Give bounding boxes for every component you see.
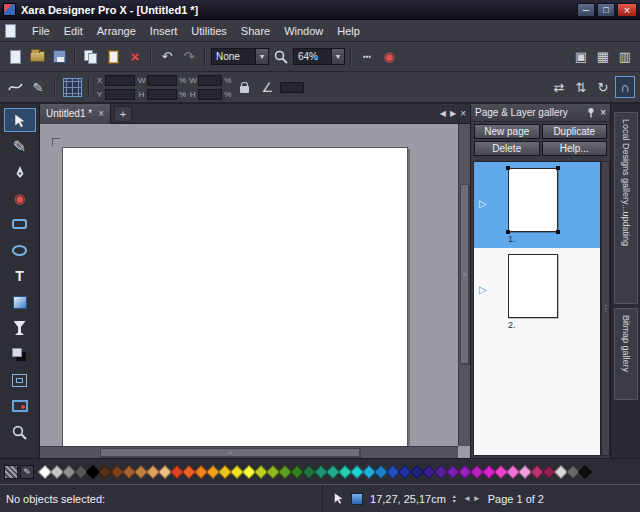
height-field[interactable] xyxy=(147,89,177,100)
document-page[interactable] xyxy=(62,147,408,447)
menu-arrange[interactable]: Arrange xyxy=(90,22,143,40)
open-button[interactable] xyxy=(27,46,47,68)
tab-prev-icon[interactable]: ◀ xyxy=(440,109,446,118)
x-label: X xyxy=(96,76,103,85)
stroke-preset-value: None xyxy=(212,51,255,62)
document-icon[interactable] xyxy=(5,24,16,38)
ellipse-tool[interactable] xyxy=(4,238,36,262)
anchor-button[interactable]: ◉ xyxy=(379,46,399,68)
export-button[interactable]: ▣ xyxy=(571,46,591,68)
live-drag-icon[interactable] xyxy=(351,493,363,505)
paste-button[interactable] xyxy=(103,46,123,68)
page-thumbnail[interactable] xyxy=(508,254,558,318)
preview-button[interactable]: ▥ xyxy=(615,46,635,68)
grid-icon xyxy=(63,78,82,97)
document-tab[interactable]: Untitled1 * × xyxy=(40,104,111,124)
pen-tool[interactable] xyxy=(4,160,36,184)
menu-utilities[interactable]: Utilities xyxy=(184,22,233,40)
tab-list-close-icon[interactable]: × xyxy=(460,108,466,119)
rectangle-tool[interactable] xyxy=(4,212,36,236)
redo-button[interactable]: ↷ xyxy=(179,46,199,68)
menu-edit[interactable]: Edit xyxy=(57,22,90,40)
tab-local-designs-gallery[interactable]: Local Designs gallery...updating xyxy=(614,112,638,304)
page-thumbnail[interactable] xyxy=(508,168,558,232)
duplicate-button[interactable]: Duplicate xyxy=(542,124,608,139)
selection-handle xyxy=(506,166,510,170)
zoom-tool-button[interactable] xyxy=(271,46,291,68)
rotate-button[interactable]: ↻ xyxy=(593,76,613,98)
horizontal-scrollbar-thumb[interactable]: ≡ xyxy=(100,448,360,457)
delete-page-button[interactable]: Delete xyxy=(474,141,540,156)
menu-file[interactable]: File xyxy=(25,22,57,40)
previous-page-icon[interactable]: ◄ xyxy=(463,494,471,503)
expander-icon[interactable]: ▷ xyxy=(479,198,487,209)
tab-close-icon[interactable]: × xyxy=(98,108,104,119)
color-swatch[interactable] xyxy=(578,464,592,478)
page-list-item-1[interactable]: ▷ 1. xyxy=(474,162,600,248)
edit-shape-button[interactable]: ✎ xyxy=(28,76,48,98)
angle-field[interactable] xyxy=(280,82,304,93)
new-tab-button[interactable]: + xyxy=(114,106,132,122)
y-position-field[interactable] xyxy=(105,89,135,100)
save-button[interactable] xyxy=(49,46,69,68)
line-style-button[interactable]: ┅ xyxy=(357,46,377,68)
text-tool[interactable]: T xyxy=(4,264,36,288)
expander-icon[interactable]: ▷ xyxy=(479,284,487,295)
zoom-tool[interactable] xyxy=(4,420,36,444)
copy-button[interactable] xyxy=(81,46,101,68)
selector-tool[interactable] xyxy=(4,108,36,132)
contour-tool[interactable] xyxy=(4,368,36,392)
gallery-scrollbar[interactable]: ⋮ xyxy=(601,161,610,456)
help-button[interactable]: Help... xyxy=(542,141,608,156)
menu-share[interactable]: Share xyxy=(234,22,277,40)
dots-icon: ⋮ xyxy=(602,304,610,313)
canvas[interactable]: ≡ ≡ xyxy=(40,124,470,458)
fill-tool[interactable] xyxy=(4,290,36,314)
page-list-item-2[interactable]: ▷ 2. xyxy=(474,248,600,334)
page-spin-control[interactable]: ▴ ▾ xyxy=(453,494,456,504)
magnetic-snap-button[interactable]: ∩ xyxy=(615,76,635,98)
flip-horizontal-button[interactable]: ⇄ xyxy=(549,76,569,98)
shape-builder-tool[interactable]: ◉ xyxy=(4,186,36,210)
page-list: ▷ 1. ▷ 2. xyxy=(473,161,601,456)
position-group: X Y xyxy=(96,74,135,100)
vertical-scrollbar[interactable]: ≡ xyxy=(458,124,470,446)
freehand-button[interactable] xyxy=(5,76,25,98)
lock-aspect-button[interactable] xyxy=(234,76,254,98)
shape-editor-tool[interactable]: ✎ xyxy=(4,134,36,158)
tab-next-icon[interactable]: ▶ xyxy=(450,109,456,118)
edit-color-button[interactable]: ✎ xyxy=(20,465,34,479)
shadow-tool[interactable] xyxy=(4,342,36,366)
stroke-preset-dropdown[interactable]: None ▾ xyxy=(211,48,269,65)
zoom-level-dropdown[interactable]: 64% ▾ xyxy=(293,48,345,65)
scale-height-field[interactable] xyxy=(198,89,222,100)
toolbar-separator xyxy=(150,47,152,67)
new-document-button[interactable] xyxy=(5,46,25,68)
tab-bitmap-gallery[interactable]: Bitmap gallery xyxy=(614,308,638,400)
x-position-field[interactable] xyxy=(105,75,135,86)
flip-vertical-button[interactable]: ⇅ xyxy=(571,76,591,98)
shear-angle-button[interactable]: ∠ xyxy=(257,76,277,98)
close-button[interactable]: × xyxy=(617,3,637,17)
no-color-swatch[interactable] xyxy=(4,465,18,479)
menu-help[interactable]: Help xyxy=(330,22,367,40)
scale-width-field[interactable] xyxy=(198,75,222,86)
next-page-icon[interactable]: ► xyxy=(473,494,481,503)
width-field[interactable] xyxy=(147,75,177,86)
minimize-button[interactable]: ─ xyxy=(577,3,595,17)
transparency-tool[interactable] xyxy=(4,316,36,340)
paste-icon xyxy=(108,50,119,64)
maximize-button[interactable]: □ xyxy=(597,3,615,17)
photo-tool[interactable] xyxy=(4,394,36,418)
pin-icon[interactable] xyxy=(586,107,596,118)
gallery-close-icon[interactable]: × xyxy=(600,107,606,118)
delete-button[interactable]: × xyxy=(125,46,145,68)
menu-window[interactable]: Window xyxy=(277,22,330,40)
horizontal-scrollbar[interactable]: ≡ xyxy=(40,446,458,458)
snap-to-grid-button[interactable] xyxy=(62,76,82,98)
vertical-scrollbar-thumb[interactable]: ≡ xyxy=(460,184,469,364)
new-page-button[interactable]: New page xyxy=(474,124,540,139)
undo-button[interactable]: ↶ xyxy=(157,46,177,68)
menu-insert[interactable]: Insert xyxy=(143,22,185,40)
gallery-toggle-button[interactable]: ▦ xyxy=(593,46,613,68)
